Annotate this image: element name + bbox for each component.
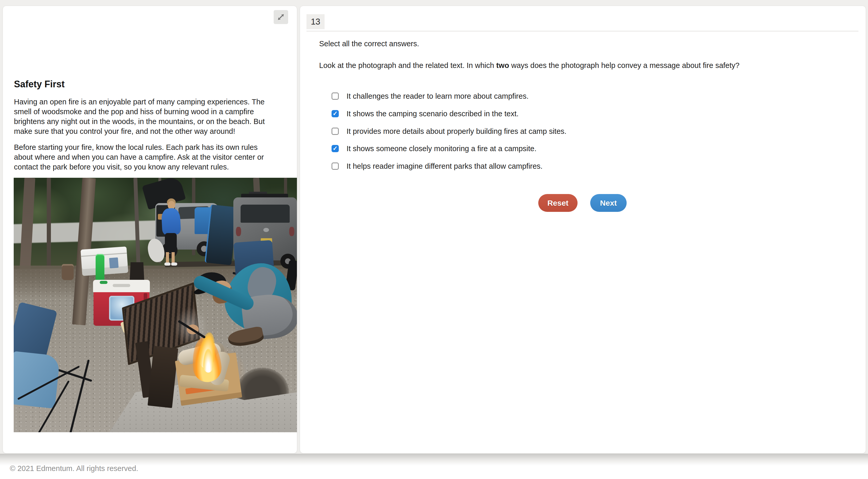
answer-label-5: It helps reader imagine different parks … [346,162,542,170]
answer-option: It challenges the reader to learn more a… [332,92,528,100]
footer-divider [0,454,868,466]
passage-paragraph-1: Having an open fire is an enjoyable part… [14,97,276,136]
reset-button[interactable]: Reset [538,194,578,212]
answer-checkbox-2[interactable] [332,110,339,117]
question-number-tab[interactable]: 13 [307,14,324,29]
answer-option: It helps reader imagine different parks … [332,162,542,170]
question-panel: 13 Select all the correct answers. Look … [300,6,866,453]
tab-underline [307,31,859,32]
page-footer: © 2021 Edmentum. All rights reserved. [0,454,868,479]
answer-checkbox-4[interactable] [332,145,339,152]
next-button[interactable]: Next [590,194,627,212]
expand-icon [277,13,285,21]
answer-option: It shows the camping scenario described … [332,109,519,118]
question-text-suffix: ways does the photograph help convey a m… [509,61,740,69]
passage-paragraph-2: Before starting your fire, know the loca… [14,142,276,172]
passage-photo [14,178,297,432]
question-text-prefix: Look at the photograph and the related t… [319,61,496,69]
answer-option: It shows someone closely monitoring a fi… [332,144,536,153]
copyright-text: © 2021 Edmentum. All rights reserved. [10,464,138,473]
photo-camp-chairs-front [14,178,297,432]
expand-passage-button[interactable] [274,10,288,24]
answer-checkbox-3[interactable] [332,128,339,135]
answer-checkbox-1[interactable] [332,93,339,100]
answer-label-1: It challenges the reader to learn more a… [346,92,528,100]
answer-label-3: It provides more details about properly … [346,127,566,136]
answer-checkbox-5[interactable] [332,162,339,170]
question-instruction: Select all the correct answers. [319,39,419,48]
passage-panel: Safety First Having an open fire is an e… [3,6,297,453]
question-text-bold: two [496,61,509,69]
answer-option: It provides more details about properly … [332,127,566,136]
passage-title: Safety First [14,79,65,90]
answer-label-2: It shows the camping scenario described … [346,109,519,118]
answer-label-4: It shows someone closely monitoring a fi… [346,145,536,153]
question-text: Look at the photograph and the related t… [319,61,740,70]
